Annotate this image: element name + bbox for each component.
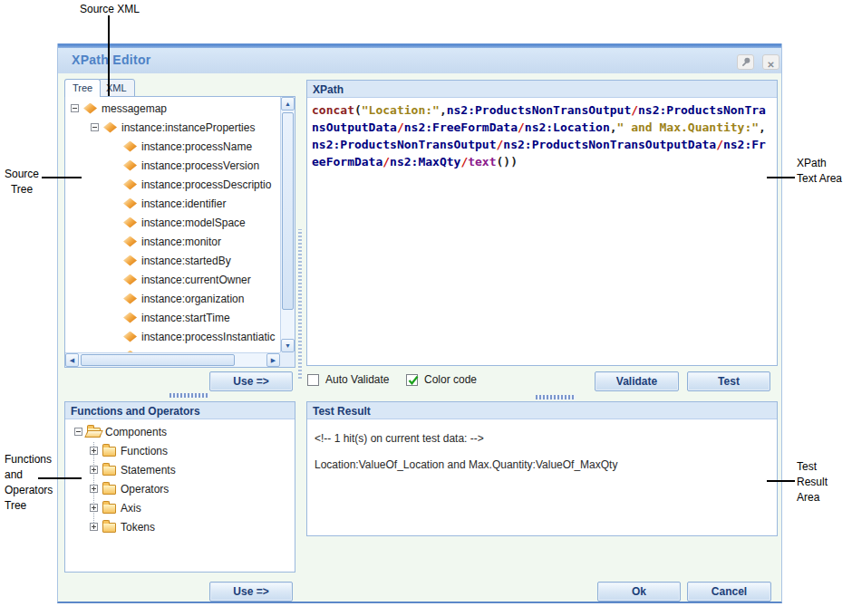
use-source-button[interactable]: Use => [209,371,293,391]
tree-item[interactable]: instance:organization [65,289,280,308]
splitter-grip-right[interactable] [536,395,576,399]
tree-item[interactable] [65,346,280,352]
cancel-button[interactable]: Cancel [687,582,771,602]
tree-item-label: messagemap [102,102,167,115]
diamond-icon [123,236,137,247]
tree-item[interactable]: Axis [65,498,295,517]
callout-line-xpath-text-area [767,177,795,178]
pushpin-icon [739,55,752,69]
folder-icon [102,523,116,533]
callout-text: Result [797,475,828,490]
color-code-checkbox[interactable] [406,374,418,386]
tree-item[interactable]: Tokens [65,517,295,536]
tree-item[interactable]: instance:processInstantiatic [65,327,280,346]
tree-item-label: instance:instanceProperties [121,121,255,134]
folder-open-icon [87,428,101,438]
ok-button[interactable]: Ok [597,582,681,602]
tree-item[interactable]: instance:processName [65,137,280,156]
pin-button[interactable] [737,54,754,70]
scroll-up-button[interactable]: ▲ [281,97,295,111]
diamond-icon [123,160,137,171]
tree-item[interactable]: instance:processVersion [65,156,280,175]
test-result-panel: Test Result <!-- 1 hit(s) on current tes… [306,401,778,536]
functions-tree: ComponentsFunctionsStatementsOperatorsAx… [65,422,295,536]
minus-expander-icon[interactable] [74,428,82,436]
tree-item-label: instance:currentOwner [141,274,251,286]
tree-item[interactable]: instance:modelSpace [65,213,280,232]
callout-line-source-tree [42,177,82,178]
test-result-area: <!-- 1 hit(s) on current test data: -->L… [307,419,777,535]
xpath-token-slash: / [518,120,525,134]
window-titlebar[interactable]: XPath Editor ✕ [58,48,781,73]
xpath-token-path: ns2:MaxQty [390,155,460,168]
tree-item-label: instance:identifier [141,197,226,210]
scroll-down-button[interactable]: ▼ [281,339,295,352]
auto-validate-checkbox-field[interactable]: Auto Validate [307,373,390,386]
tree-item[interactable]: messagemap [65,99,280,118]
tree-item-label: instance:organization [141,293,244,305]
tree-item[interactable]: instance:processDescriptio [65,175,280,194]
vertical-scroll-thumb[interactable] [282,112,294,310]
tree-item[interactable]: Components [65,422,295,441]
tree-item-label: instance:processDescriptio [141,178,271,191]
plus-expander-icon[interactable] [90,523,98,531]
tree-item[interactable]: instance:startTime [65,308,280,327]
use-function-button[interactable]: Use => [209,582,293,602]
tree-item[interactable]: instance:instanceProperties [65,118,280,137]
splitter-grip-left[interactable] [169,393,209,398]
source-tree-viewport: messagemapinstance:instancePropertiesins… [65,97,280,352]
tree-item[interactable]: instance:monitor [65,232,280,251]
callout-functions-tree: Functions and Operators Tree [5,452,53,514]
folder-icon [102,466,116,476]
tab-xml[interactable]: XML [98,79,135,97]
plus-expander-icon[interactable] [90,466,98,474]
plus-expander-icon[interactable] [90,504,98,512]
xpath-token-slash: / [382,155,390,168]
tree-item-label: Tokens [121,521,155,534]
validate-button[interactable]: Validate [595,371,679,391]
functions-panel-header: Functions and Operators [65,402,295,419]
splitter-grip-vertical[interactable] [298,229,302,379]
diamond-icon [123,198,137,209]
xpath-code-line: eeFormData/ns2:MaxQty/text()) [312,153,772,170]
tree-item[interactable]: Operators [65,479,295,498]
callout-text: Source [2,167,42,182]
screenshot-canvas: XPath Editor ✕ Tree XML messagemapinstan… [0,0,852,616]
diamond-icon [83,103,97,114]
xpath-text-area[interactable]: concat("Location:",ns2:ProductsNonTransO… [307,98,777,365]
diamond-icon [123,332,137,342]
callout-xpath-text-area: XPath Text Area [797,156,842,187]
callout-source-tree: Source Tree [2,167,42,197]
minus-expander-icon[interactable] [91,123,99,131]
callout-text: Tree [5,498,53,514]
scroll-right-icon: ▶ [271,357,276,363]
tree-item-label: Operators [121,483,169,496]
tab-tree[interactable]: Tree [64,79,101,97]
test-button[interactable]: Test [687,371,770,391]
tree-item[interactable]: instance:currentOwner [65,270,280,289]
tab-tree-label: Tree [73,82,92,93]
scroll-right-button[interactable]: ▶ [266,353,280,367]
tree-item[interactable]: instance:identifier [65,194,280,213]
minus-expander-icon[interactable] [71,104,79,112]
folder-icon [102,504,116,514]
color-code-checkbox-field[interactable]: Color code [406,373,477,386]
horizontal-scroll-thumb[interactable] [81,354,235,366]
xpath-editor-dialog: XPath Editor ✕ Tree XML messagemapinstan… [57,43,782,603]
horizontal-scrollbar[interactable]: ◀ ▶ [65,352,280,367]
tree-item[interactable]: Functions [65,441,295,460]
tree-item-label: instance:processInstantiatic [141,331,275,343]
callout-line-functions-tree [38,477,82,479]
vertical-scrollbar[interactable]: ▲ ▼ [280,97,295,352]
source-tree-panel: messagemapinstance:instancePropertiesins… [64,96,295,368]
auto-validate-checkbox[interactable] [307,374,319,386]
scroll-left-button[interactable]: ◀ [65,353,79,367]
diamond-icon [123,141,137,152]
plus-expander-icon[interactable] [90,447,98,455]
plus-expander-icon[interactable] [90,485,98,493]
callout-test-result-area: Test Result Area [797,459,828,505]
tree-item[interactable]: Statements [65,460,295,479]
close-button[interactable]: ✕ [762,54,779,70]
tree-item[interactable]: instance:startedBy [65,251,280,270]
diamond-icon [123,294,137,304]
